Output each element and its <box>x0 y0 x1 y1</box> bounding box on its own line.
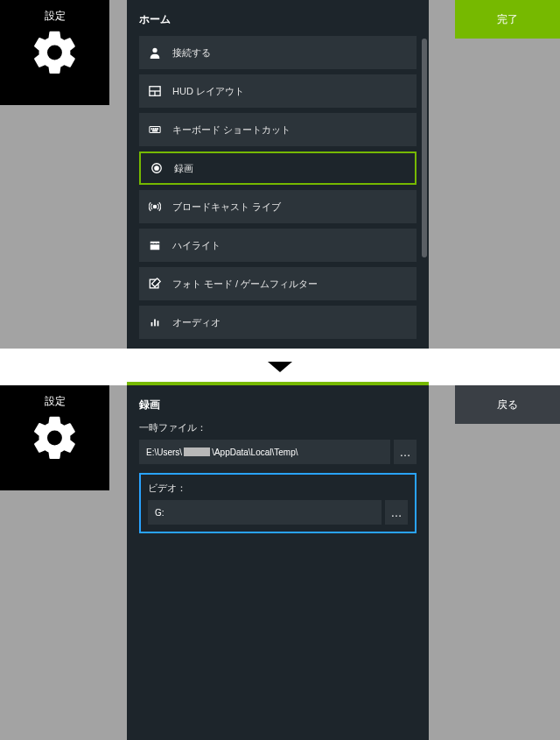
video-browse-button[interactable]: … <box>385 500 408 525</box>
menu-item-audio[interactable]: オーディオ <box>139 306 416 339</box>
layout-icon <box>148 84 162 98</box>
menu-item-record[interactable]: 録画 <box>139 152 416 185</box>
svg-point-11 <box>155 166 158 170</box>
settings-tile[interactable]: 設定 <box>0 385 109 490</box>
record-icon <box>150 161 164 175</box>
broadcast-icon <box>148 200 162 214</box>
menu-item-label: 録画 <box>174 162 193 175</box>
menu-item-label: ハイライト <box>172 239 220 252</box>
gear-icon <box>30 412 80 463</box>
menu-list: 接続する HUD レイアウト キーボード ショートカット 録画 <box>139 36 416 339</box>
menu-item-label: オーディオ <box>172 316 220 329</box>
settings-label: 設定 <box>45 394 66 409</box>
svg-point-8 <box>158 129 158 130</box>
panel-title: ホーム <box>139 12 416 27</box>
video-group: ビデオ： G: … <box>148 482 408 525</box>
svg-rect-15 <box>154 320 156 327</box>
user-icon <box>148 46 162 60</box>
menu-item-connect[interactable]: 接続する <box>139 36 416 69</box>
menu-item-label: HUD レイアウト <box>172 85 244 98</box>
svg-point-5 <box>151 129 152 130</box>
settings-tile[interactable]: 設定 <box>0 0 109 105</box>
video-path[interactable]: G: <box>148 500 382 525</box>
menu-item-keyboard-shortcuts[interactable]: キーボード ショートカット <box>139 113 416 146</box>
scrollbar[interactable] <box>422 39 427 257</box>
svg-point-7 <box>155 129 156 130</box>
step-divider <box>0 349 560 385</box>
redacted-username <box>184 448 210 456</box>
settings-label: 設定 <box>45 9 66 24</box>
temp-file-group: 一時ファイル： E:\Users\\AppData\Local\Temp\ … <box>139 421 416 464</box>
keyboard-icon <box>148 123 162 137</box>
menu-item-label: 接続する <box>172 46 211 60</box>
temp-file-label: 一時ファイル： <box>139 421 416 434</box>
chevron-down-icon <box>268 362 292 372</box>
settings-home-panel: ホーム 接続する HUD レイアウト キーボード ショートカット <box>127 0 429 349</box>
svg-rect-14 <box>151 322 153 326</box>
svg-rect-9 <box>152 130 157 131</box>
gear-icon <box>30 27 80 78</box>
panel-title: 録画 <box>139 398 416 412</box>
done-button-label: 完了 <box>497 12 518 27</box>
menu-item-label: フォト モード / ゲームフィルター <box>172 278 318 291</box>
menu-item-highlight[interactable]: ハイライト <box>139 229 416 262</box>
record-settings-panel: 録画 一時ファイル： E:\Users\\AppData\Local\Temp\… <box>127 385 429 740</box>
svg-rect-16 <box>158 321 159 326</box>
menu-item-photo-mode[interactable]: フォト モード / ゲームフィルター <box>139 267 416 300</box>
menu-item-broadcast[interactable]: ブロードキャスト ライブ <box>139 190 416 223</box>
menu-item-label: ブロードキャスト ライブ <box>172 201 281 214</box>
video-label: ビデオ： <box>148 482 408 495</box>
highlight-icon <box>148 238 162 252</box>
svg-point-0 <box>152 48 157 53</box>
temp-file-browse-button[interactable]: … <box>394 440 416 464</box>
photo-icon <box>148 277 162 291</box>
menu-item-label: キーボード ショートカット <box>172 123 290 137</box>
temp-file-path[interactable]: E:\Users\\AppData\Local\Temp\ <box>139 440 390 464</box>
back-button-label: 戻る <box>497 398 518 412</box>
svg-point-12 <box>153 205 157 208</box>
menu-item-hud-layout[interactable]: HUD レイアウト <box>139 74 416 108</box>
back-button[interactable]: 戻る <box>455 385 560 424</box>
svg-point-6 <box>153 129 154 130</box>
done-button[interactable]: 完了 <box>455 0 560 39</box>
video-path-highlight: ビデオ： G: … <box>139 473 416 533</box>
audio-icon <box>148 315 162 329</box>
